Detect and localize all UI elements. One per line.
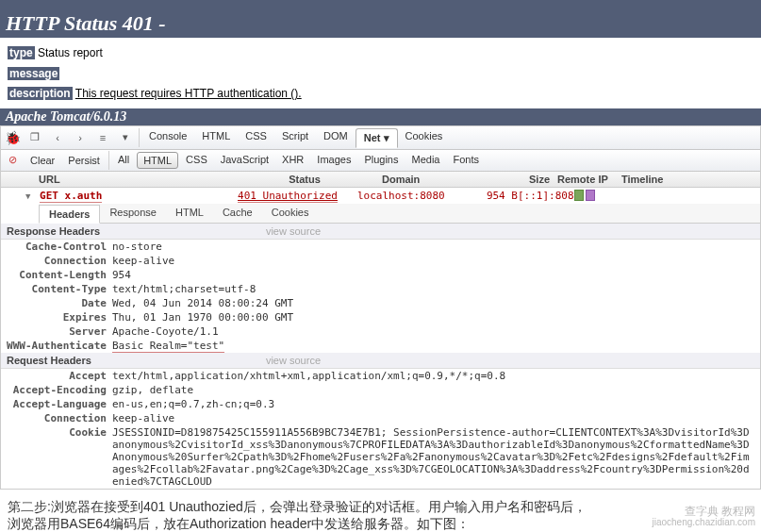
col-remote-ip[interactable]: Remote IP [554,172,618,187]
header-server: ServerApache-Coyote/1.1 [1,324,760,339]
description-value: This request requires HTTP authenticatio… [75,87,302,100]
http-status-title: HTTP Status 401 - [0,0,761,38]
header-content-length: Content-Length954 [1,268,760,282]
list-icon[interactable]: ≡ [91,130,114,145]
devtools-top-toolbar: 🐞 ❐ ‹ › ≡ ▾ ConsoleHTMLCSSScriptDOMNet ▾… [1,126,760,150]
filter-css[interactable]: CSS [180,152,213,169]
filter-media[interactable]: Media [405,152,445,169]
filter-plugins[interactable]: Plugins [358,152,404,169]
col-url[interactable]: URL [1,172,231,187]
col-domain[interactable]: Domain [378,172,489,187]
request-headers-section[interactable]: Request Headers view source [1,353,760,369]
req-ip: [::1]:8080 [518,190,574,202]
response-headers-section[interactable]: Response Headers view source [1,224,760,240]
stop-icon[interactable]: ⊘ [1,152,24,168]
description-label: description [8,87,73,100]
req-status: 401 Unauthorized [238,190,338,203]
firebug-icon[interactable]: 🐞 [1,128,24,147]
tab-console[interactable]: Console [141,127,194,147]
cn-line2: 浏览器用BASE64编码后，放在Authorization header中发送给… [8,516,753,532]
status-type-row: type Status report [8,43,753,64]
filter-images[interactable]: Images [311,152,356,169]
watermark-url: jiaocheng.chazidian.com [652,517,755,527]
req-url: x.auth [65,190,103,202]
type-label: type [8,46,35,59]
header-content-type: Content-Typetext/html;charset=utf-8 [1,282,760,296]
tab-script[interactable]: Script [274,127,316,147]
filter-fonts[interactable]: Fonts [447,152,485,169]
cn-line1: 第二步:浏览器在接受到401 Unauthozied后，会弹出登录验证的对话框。… [8,499,753,516]
subtab-headers[interactable]: Headers [39,205,100,224]
request-subtabs: HeadersResponseHTMLCacheCookies [39,204,760,224]
header-expires: ExpiresThu, 01 Jan 1970 00:00:00 GMT [1,310,760,324]
inspect-icon[interactable]: ❐ [24,129,46,145]
header-www-authenticate: WWW-AuthenticateBasic Realm="test" [1,339,760,353]
filter-all[interactable]: All [112,152,135,169]
view-source-link[interactable]: view source [266,225,754,237]
header-cookie: CookieJSESSIONID=D819875425C155911A556B9… [1,425,760,489]
filter-javascript[interactable]: JavaScript [215,152,274,169]
devtools-sub-toolbar: ⊘ ClearPersist AllHTMLCSSJavaScriptXHRIm… [1,150,760,172]
net-request-row[interactable]: ▼ GET x.auth 401 Unauthorized localhost:… [1,188,760,204]
type-value: Status report [38,46,103,59]
forward-icon[interactable]: › [69,130,91,145]
header-connection: Connectionkeep-alive [1,411,760,425]
btn-clear[interactable]: Clear [25,153,60,168]
view-source-link[interactable]: view source [266,355,754,366]
tab-css[interactable]: CSS [238,127,274,147]
explanation-text: 第二步:浏览器在接受到401 Unauthozied后，会弹出登录验证的对话框。… [0,490,761,532]
req-timeline-bar [574,190,760,202]
back-icon[interactable]: ‹ [46,130,69,145]
server-line: Apache Tomcat/6.0.13 [0,108,761,125]
header-accept-encoding: Accept-Encodinggzip, deflate [1,383,760,397]
tab-html[interactable]: HTML [194,127,238,147]
filter-xhr[interactable]: XHR [276,152,309,169]
dropdown-icon[interactable]: ▾ [114,129,137,145]
status-message-row: message [8,64,753,85]
col-size[interactable]: Size [489,172,554,187]
req-size: 954 B [461,190,518,202]
btn-persist[interactable]: Persist [62,153,106,168]
subtab-html[interactable]: HTML [166,204,213,223]
net-columns-header: URL Status Domain Size Remote IP Timelin… [1,172,760,188]
header-connection: Connectionkeep-alive [1,254,760,268]
status-description-row: description This request requires HTTP a… [8,84,753,105]
tab-dom[interactable]: DOM [316,127,356,147]
header-accept: Accepttext/html,application/xhtml+xml,ap… [1,369,760,383]
subtab-cookies[interactable]: Cookies [262,204,319,223]
subtab-cache[interactable]: Cache [213,204,262,223]
col-timeline[interactable]: Timeline [618,172,760,187]
expand-icon[interactable]: ▼ [25,191,30,201]
tab-net[interactable]: Net ▾ [356,128,398,148]
filter-html[interactable]: HTML [137,152,178,169]
header-date: DateWed, 04 Jun 2014 08:00:24 GMT [1,296,760,310]
message-label: message [8,67,59,80]
req-method: GET [40,190,58,202]
devtools-panel: 🐞 ❐ ‹ › ≡ ▾ ConsoleHTMLCSSScriptDOMNet ▾… [0,125,761,490]
tab-cookies[interactable]: Cookies [398,127,451,147]
header-cache-control: Cache-Controlno-store [1,240,760,254]
col-status[interactable]: Status [231,172,378,187]
header-accept-language: Accept-Languageen-us,en;q=0.7,zh-cn;q=0.… [1,397,760,411]
req-domain: localhost:8080 [357,190,461,202]
subtab-response[interactable]: Response [100,204,166,223]
